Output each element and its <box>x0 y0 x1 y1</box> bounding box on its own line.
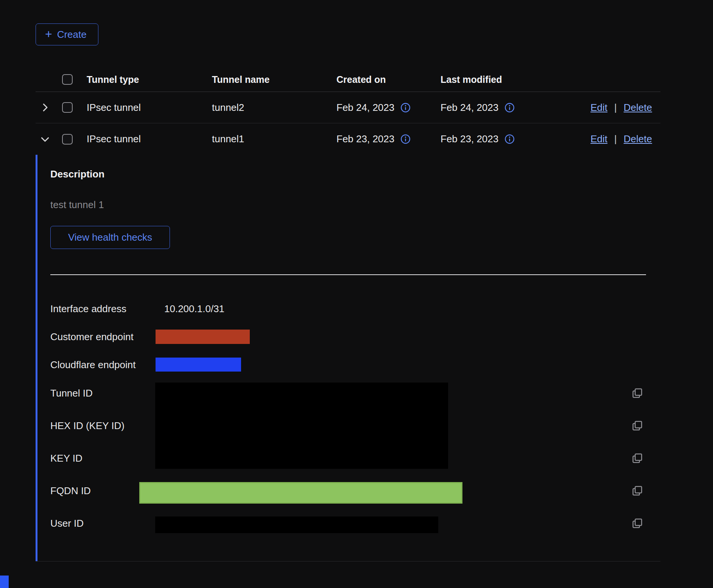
last-modified-cell: Feb 24, 2023 <box>441 102 554 114</box>
expander-cell <box>36 132 62 146</box>
info-icon[interactable] <box>400 134 411 144</box>
select-all-checkbox[interactable] <box>62 74 73 85</box>
actions-cell: Edit | Delete <box>554 102 660 114</box>
checkbox-cell <box>62 134 87 145</box>
info-icon[interactable] <box>400 103 411 113</box>
user-id-label: User ID <box>50 517 84 529</box>
header-last-modified: Last modified <box>441 74 554 85</box>
header-tunnel-type: Tunnel type <box>87 74 212 85</box>
chevron-down-icon <box>39 134 51 145</box>
fqdn-id-label: FQDN ID <box>50 485 91 497</box>
last-modified-value: Feb 23, 2023 <box>441 133 498 145</box>
copy-icon <box>631 452 644 465</box>
tunnel-id-label: Tunnel ID <box>50 387 93 399</box>
expand-row-button[interactable] <box>38 100 52 115</box>
collapse-row-button[interactable] <box>38 132 52 146</box>
ids-redacted-value <box>155 383 448 469</box>
table-row: IPsec tunnel tunnel2 Feb 24, 2023 Feb 24… <box>36 92 660 123</box>
edit-link[interactable]: Edit <box>590 133 607 145</box>
corner-blue-fragment <box>0 576 9 588</box>
created-on-cell: Feb 24, 2023 <box>336 102 441 114</box>
header-checkbox-cell <box>62 74 87 85</box>
user-id-redacted-value <box>155 516 438 533</box>
tunnel-type-cell: IPsec tunnel <box>87 133 212 145</box>
detail-divider <box>50 274 646 275</box>
info-icon[interactable] <box>504 134 515 144</box>
copy-icon <box>631 419 644 432</box>
actions-separator: | <box>614 133 617 145</box>
cloudflare-endpoint-label: Cloudflare endpoint <box>50 359 136 371</box>
copy-icon <box>631 517 644 530</box>
tunnel-detail-panel: Description test tunnel 1 View health ch… <box>36 155 660 562</box>
header-tunnel-name: Tunnel name <box>212 74 336 85</box>
checkbox-cell <box>62 102 87 113</box>
tunnels-table: Tunnel type Tunnel name Created on Last … <box>36 67 660 562</box>
copy-hex-id-button[interactable] <box>630 419 644 432</box>
interface-address-label: Interface address <box>50 303 126 315</box>
cloudflare-endpoint-redacted-value <box>156 358 241 372</box>
plus-icon: + <box>45 28 52 40</box>
customer-endpoint-redacted-value <box>156 330 250 344</box>
copy-user-id-button[interactable] <box>630 516 644 530</box>
delete-link[interactable]: Delete <box>624 133 652 145</box>
create-button[interactable]: + Create <box>36 23 98 45</box>
create-button-label: Create <box>57 29 87 40</box>
chevron-right-icon <box>39 102 51 113</box>
hex-id-label: HEX ID (KEY ID) <box>50 420 125 432</box>
description-label: Description <box>50 168 104 180</box>
created-on-value: Feb 24, 2023 <box>336 102 394 114</box>
last-modified-cell: Feb 23, 2023 <box>441 133 554 145</box>
copy-key-id-button[interactable] <box>630 451 644 465</box>
description-value: test tunnel 1 <box>50 199 104 210</box>
key-id-label: KEY ID <box>50 452 83 464</box>
last-modified-value: Feb 24, 2023 <box>441 102 498 114</box>
interface-address-value: 10.200.1.0/31 <box>164 303 224 315</box>
actions-separator: | <box>614 102 617 114</box>
tunnel-name-cell: tunnel2 <box>212 102 336 114</box>
tunnel-name-cell: tunnel1 <box>212 133 336 145</box>
created-on-value: Feb 23, 2023 <box>336 133 394 145</box>
tunnel-type-cell: IPsec tunnel <box>87 102 212 114</box>
table-row: IPsec tunnel tunnel1 Feb 23, 2023 Feb 23… <box>36 123 660 155</box>
expander-cell <box>36 100 62 115</box>
info-icon[interactable] <box>504 103 515 113</box>
expanded-row-indicator-bar <box>36 155 37 561</box>
copy-icon <box>631 484 644 497</box>
edit-link[interactable]: Edit <box>590 102 607 114</box>
row-checkbox[interactable] <box>62 102 73 113</box>
actions-cell: Edit | Delete <box>554 133 660 145</box>
header-created-on: Created on <box>336 74 441 85</box>
customer-endpoint-label: Customer endpoint <box>50 331 134 343</box>
copy-fqdn-id-button[interactable] <box>630 484 644 498</box>
row-checkbox[interactable] <box>62 134 73 145</box>
view-health-checks-button[interactable]: View health checks <box>50 226 170 249</box>
fqdn-id-redacted-value <box>139 482 462 504</box>
copy-icon <box>631 387 644 400</box>
delete-link[interactable]: Delete <box>624 102 652 114</box>
copy-tunnel-id-button[interactable] <box>630 386 644 400</box>
created-on-cell: Feb 23, 2023 <box>336 133 441 145</box>
table-header-row: Tunnel type Tunnel name Created on Last … <box>36 67 660 92</box>
